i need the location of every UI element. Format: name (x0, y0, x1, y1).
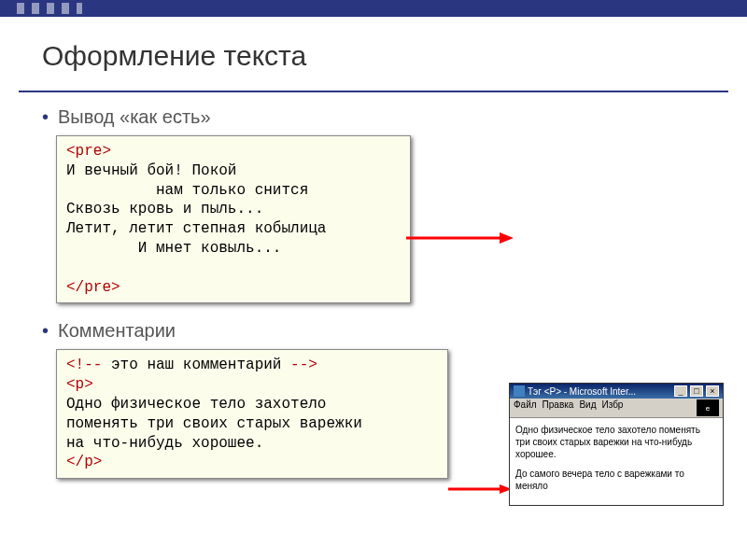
arrow-1 (406, 229, 518, 247)
menu-edit[interactable]: Правка (543, 399, 574, 416)
bullet-dot-2: • (42, 320, 49, 341)
slide-top-bar (0, 0, 747, 17)
comment-close: --> (290, 357, 317, 373)
code-box-1: <pre> И вечный бой! Покой нам только сни… (56, 135, 411, 303)
ie-icon (514, 385, 525, 397)
comment-text: это наш комментарий (102, 357, 290, 373)
comment-open: <!-- (66, 357, 102, 373)
p-close-tag: </p> (66, 454, 102, 470)
close-button[interactable]: × (706, 385, 719, 397)
ie-throbber-icon: e (697, 399, 719, 416)
code2-body: Одно физическое тело захотело поменять т… (66, 396, 362, 452)
pre-open-tag: <pre> (66, 143, 111, 160)
code1-body: И вечный бой! Покой нам только снится Ск… (66, 162, 326, 257)
code-box-2: <!-- это наш комментарий --> <p> Одно фи… (56, 349, 448, 479)
svg-marker-1 (500, 232, 514, 244)
pre-close-tag: </pre> (66, 279, 120, 296)
arrow-2 (448, 483, 514, 496)
browser-paragraph-1: Одно физическое тело захотело поменять т… (515, 424, 717, 460)
browser-titlebar: Тэг <P> - Microsoft Inter... _ □ × (510, 384, 723, 399)
bullet-1: •Вывод «как есть» (42, 106, 747, 128)
minimize-button[interactable]: _ (674, 385, 687, 397)
p-open-tag: <p> (66, 376, 93, 393)
maximize-button[interactable]: □ (690, 385, 703, 397)
browser-paragraph-2: До самого вечера тело с варежками то мен… (515, 468, 717, 492)
browser-preview: Тэг <P> - Microsoft Inter... _ □ × Файл … (509, 383, 724, 506)
bullet-2-text: Комментарии (58, 320, 176, 341)
code-box-1-wrap: <pre> И вечный бой! Покой нам только сни… (56, 135, 411, 303)
slide-number: 40 (721, 2, 738, 19)
title-underline (19, 91, 728, 92)
menu-file[interactable]: Файл (514, 399, 537, 416)
bullet-dot: • (42, 106, 49, 127)
browser-title-text: Тэг <P> - Microsoft Inter... (528, 386, 671, 397)
browser-menubar: Файл Правка Вид Избр e (510, 399, 723, 418)
menu-favorites[interactable]: Избр (601, 399, 623, 416)
menu-view[interactable]: Вид (579, 399, 596, 416)
bullet-1-text: Вывод «как есть» (58, 106, 211, 127)
bullet-2: •Комментарии (42, 320, 747, 342)
slide-title: Оформление текста (42, 40, 747, 72)
code-box-2-wrap: <!-- это наш комментарий --> <p> Одно фи… (56, 349, 448, 479)
browser-content: Одно физическое тело захотело поменять т… (510, 418, 723, 505)
